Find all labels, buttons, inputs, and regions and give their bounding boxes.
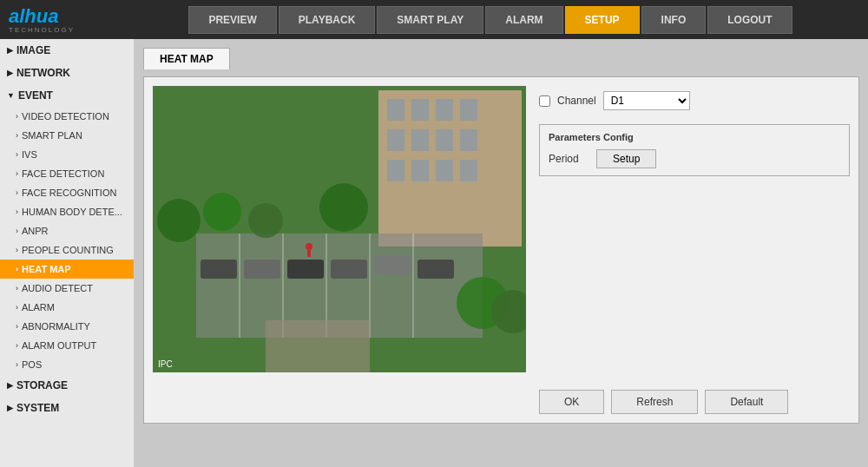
sidebar-section-system-label: SYSTEM [16,402,59,414]
sidebar-section-image-label: IMAGE [16,44,50,56]
svg-rect-21 [244,260,280,279]
sidebar-item-face-recognition-label: FACE RECOGNITION [22,187,116,198]
channel-checkbox[interactable] [539,95,550,107]
svg-rect-12 [436,160,453,181]
arrow-icon: › [16,284,18,293]
sidebar-item-human-body-dete[interactable]: › HUMAN BODY DETE... [0,202,134,221]
arrow-icon: › [16,207,18,216]
refresh-button[interactable]: Refresh [611,390,698,414]
sidebar-item-smart-plan-label: SMART PLAN [22,130,82,141]
chevron-down-icon: ▼ [7,91,15,100]
chevron-right-icon: ▶ [7,404,13,412]
sidebar-item-alarm-label: ALARM [22,302,55,312]
sidebar-item-alarm[interactable]: › ALARM [0,298,134,317]
svg-rect-25 [418,260,454,279]
params-period-row: Period Setup [549,149,840,168]
svg-point-26 [157,199,201,242]
svg-point-27 [203,193,241,231]
sidebar-section-event[interactable]: ▼ EVENT [0,84,134,107]
arrow-icon: › [16,341,18,350]
bottom-buttons: OK Refresh Default [539,372,850,414]
camera-preview: IPC [153,86,526,372]
params-config-box: Parameters Config Period Setup [539,124,850,176]
arrow-icon: › [16,112,18,121]
sidebar-item-alarm-output-label: ALARM OUTPUT [22,340,96,351]
sidebar-item-face-detection[interactable]: › FACE DETECTION [0,164,134,183]
nav-tab-logout[interactable]: LOGOUT [707,6,792,34]
brand-logo: alhua [9,5,58,27]
svg-rect-11 [411,160,429,181]
sidebar-item-people-counting-label: PEOPLE COUNTING [22,245,114,255]
svg-rect-32 [266,320,370,372]
nav-tab-preview[interactable]: PREVIEW [188,6,276,34]
logo-area: alhua TECHNOLOGY [9,5,122,34]
svg-rect-10 [387,160,404,181]
nav-tab-alarm[interactable]: ALARM [485,6,562,34]
sidebar-item-heat-map[interactable]: › HEAT MAP [0,260,134,279]
params-config-title: Parameters Config [549,132,840,142]
arrow-icon: › [16,303,18,312]
sidebar-item-anpr-label: ANPR [22,226,49,236]
heat-map-tab[interactable]: HEAT MAP [143,48,230,69]
arrow-icon: › [16,322,18,331]
nav-tab-setup[interactable]: SETUP [565,6,640,34]
sidebar-item-abnormality[interactable]: › ABNORMALITY [0,317,134,336]
sidebar-section-storage[interactable]: ▶ STORAGE [0,374,134,397]
ok-button[interactable]: OK [539,390,604,414]
sidebar-item-smart-plan[interactable]: › SMART PLAN [0,126,134,145]
svg-rect-9 [460,129,477,151]
sidebar: ▶ IMAGE ▶ NETWORK ▼ EVENT › VIDEO DETECT… [0,39,135,467]
sidebar-item-video-detection-label: VIDEO DETECTION [22,111,109,122]
sidebar-item-alarm-output[interactable]: › ALARM OUTPUT [0,336,134,355]
period-setup-button[interactable]: Setup [596,149,656,168]
svg-point-28 [248,203,283,238]
sidebar-item-audio-detect[interactable]: › AUDIO DETECT [0,279,134,298]
chevron-right-icon: ▶ [7,381,13,390]
nav-tab-playback[interactable]: PLAYBACK [279,6,376,34]
main-layout: ▶ IMAGE ▶ NETWORK ▼ EVENT › VIDEO DETECT… [0,39,868,467]
channel-select[interactable]: D1 D2 D3 D4 [603,91,690,110]
nav-tabs: PREVIEW PLAYBACK SMART PLAY ALARM SETUP … [122,6,859,34]
arrow-icon: › [16,265,18,273]
channel-row: Channel D1 D2 D3 D4 [539,86,850,115]
arrow-icon: › [16,131,18,140]
svg-rect-3 [411,99,429,121]
sidebar-section-network[interactable]: ▶ NETWORK [0,62,134,84]
sidebar-item-anpr[interactable]: › ANPR [0,221,134,240]
sidebar-item-face-detection-label: FACE DETECTION [22,168,104,179]
sidebar-item-video-detection[interactable]: › VIDEO DETECTION [0,107,134,126]
nav-tab-info[interactable]: INFO [641,6,707,34]
camera-label: IPC [158,359,173,369]
brand-sub: TECHNOLOGY [9,26,75,34]
arrow-icon: › [16,150,18,159]
svg-rect-24 [374,255,411,274]
sidebar-item-abnormality-label: ABNORMALITY [22,321,90,332]
svg-rect-13 [460,160,477,181]
top-bar: alhua TECHNOLOGY PREVIEW PLAYBACK SMART … [0,0,868,39]
svg-rect-2 [387,99,404,121]
content-area: HEAT MAP [135,39,868,467]
svg-rect-20 [201,260,237,279]
svg-rect-4 [436,99,453,121]
svg-rect-23 [331,260,367,279]
default-button[interactable]: Default [705,390,788,414]
sidebar-section-storage-label: STORAGE [16,379,68,391]
sidebar-section-system[interactable]: ▶ SYSTEM [0,397,134,419]
sidebar-item-people-counting[interactable]: › PEOPLE COUNTING [0,240,134,260]
sidebar-section-image[interactable]: ▶ IMAGE [0,39,134,62]
sidebar-item-heat-map-label: HEAT MAP [22,264,71,274]
period-label: Period [549,153,588,165]
content-panel: IPC Channel D1 D2 D3 D4 Parame [143,76,859,424]
svg-rect-5 [460,99,477,121]
svg-point-29 [319,183,368,232]
sidebar-item-pos[interactable]: › POS [0,355,134,374]
svg-point-33 [306,243,312,250]
sidebar-item-face-recognition[interactable]: › FACE RECOGNITION [0,183,134,202]
arrow-icon: › [16,360,18,369]
sidebar-item-pos-label: POS [22,359,42,370]
sidebar-item-ivs-label: IVS [22,149,37,160]
sidebar-section-event-label: EVENT [18,89,53,102]
sidebar-item-ivs[interactable]: › IVS [0,145,134,164]
content-tab-header: HEAT MAP [143,48,859,69]
nav-tab-smart-play[interactable]: SMART PLAY [377,6,483,34]
